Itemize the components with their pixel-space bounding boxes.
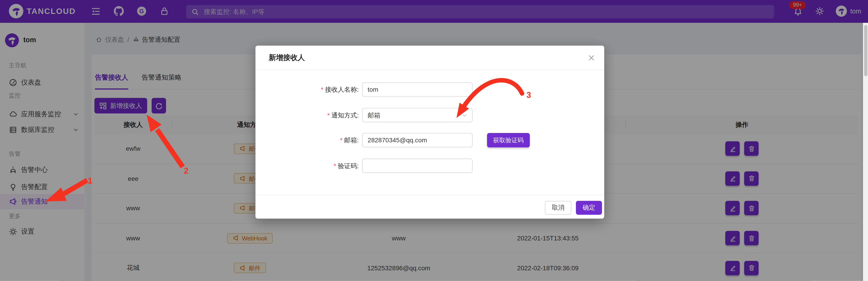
- receiver-name-input[interactable]: [362, 82, 472, 97]
- add-receiver-modal: 新增接收人 *接收人名称: *通知方式: 邮箱 *邮箱: 获取验证码 *验证: [255, 46, 604, 219]
- form-row-name: *接收人名称:: [255, 82, 604, 97]
- form-row-email: *邮箱: 获取验证码: [255, 133, 604, 147]
- form-row-code: *验证码:: [255, 159, 604, 173]
- ok-button[interactable]: 确定: [576, 201, 602, 215]
- modal-header: 新增接收人: [255, 46, 604, 70]
- cancel-button[interactable]: 取消: [545, 201, 571, 215]
- chevron-down-icon: [462, 112, 468, 119]
- get-verification-code-button[interactable]: 获取验证码: [487, 133, 530, 147]
- email-label: *邮箱:: [278, 133, 359, 147]
- form-row-method: *通知方式: 邮箱: [255, 108, 604, 122]
- notification-method-select[interactable]: 邮箱: [362, 108, 472, 122]
- email-input[interactable]: [362, 133, 472, 147]
- modal-title: 新增接收人: [269, 46, 305, 70]
- name-label: *接收人名称:: [278, 82, 359, 97]
- method-label: *通知方式:: [278, 108, 359, 122]
- code-label: *验证码:: [278, 159, 359, 173]
- close-icon[interactable]: [587, 54, 595, 62]
- scrollbar-thumb[interactable]: [864, 25, 867, 76]
- app-root: TANCLOUD G: [0, 0, 868, 281]
- scrollbar[interactable]: [863, 23, 868, 281]
- modal-footer: 取消 确定: [255, 195, 604, 219]
- verification-code-input[interactable]: [362, 159, 472, 173]
